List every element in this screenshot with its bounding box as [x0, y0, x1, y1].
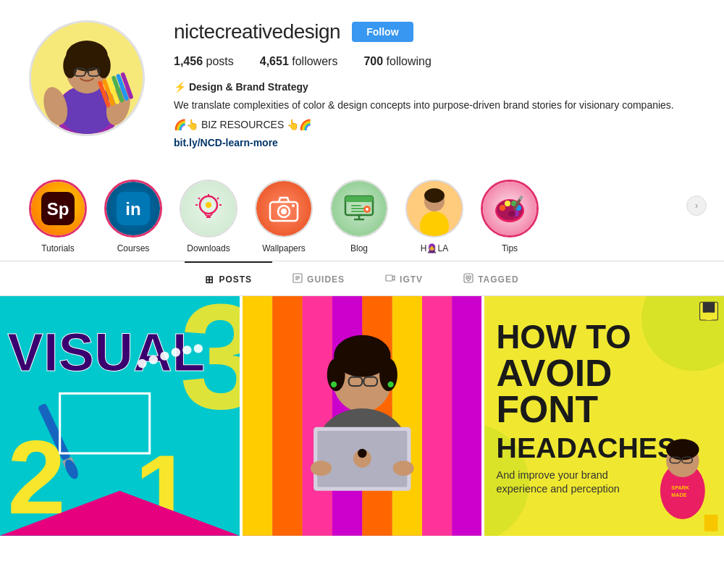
svg-point-68 [138, 359, 146, 368]
highlight-bg-tutorials: Sp [31, 182, 85, 235]
svg-text:in: in [125, 199, 140, 219]
highlight-blog[interactable]: Blog [330, 180, 388, 253]
highlight-circle-hola [405, 180, 463, 238]
highlight-label-hola: H🧕LA [421, 243, 448, 253]
post-visual-bg: 3 VISUAL 2 1 [0, 296, 240, 536]
tab-guides[interactable]: GUIDES [272, 261, 365, 295]
highlight-downloads[interactable]: Downloads [180, 180, 237, 253]
highlight-circle-tutorials: Sp [29, 180, 87, 238]
post-font-bg: HOW TO AVOID FONT HEADACHES And improve … [484, 296, 724, 536]
stats-row: 1,456 posts 4,651 followers 700 followin… [174, 55, 695, 68]
bio-name: ⚡ Design & Brand Strategy [174, 80, 695, 95]
svg-point-101 [358, 449, 366, 458]
svg-point-33 [292, 204, 295, 207]
username: nictecreativedesign [174, 20, 340, 43]
highlight-circle-tips [481, 180, 539, 238]
highlight-tutorials[interactable]: Sp Tutorials [29, 180, 87, 253]
tab-guides-label: GUIDES [307, 274, 345, 285]
highlight-label-courses: Courses [117, 243, 150, 253]
svg-point-64 [468, 277, 469, 279]
svg-rect-41 [351, 211, 364, 212]
tab-igtv-label: IGTV [400, 274, 423, 285]
posts-stat: 1,456 posts [174, 55, 234, 68]
avatar [29, 20, 145, 136]
highlight-bg-wallpapers [256, 181, 311, 236]
bio-link-label: 🌈👆 BIZ RESOURCES 👆🌈 [174, 119, 311, 130]
highlight-bg-courses: in [106, 182, 160, 235]
followers-label: followers [292, 55, 337, 67]
highlight-tips[interactable]: Tips [481, 180, 539, 253]
svg-line-26 [217, 198, 219, 199]
svg-text:Sp: Sp [47, 199, 70, 219]
svg-rect-87 [392, 296, 421, 536]
followers-stat[interactable]: 4,651 followers [260, 55, 338, 68]
svg-point-71 [172, 348, 180, 356]
bio-link-wrapper: bit.ly/NCD-learn-more [174, 135, 695, 151]
post-1[interactable]: 3 VISUAL 2 1 [0, 296, 240, 536]
svg-point-70 [160, 351, 169, 360]
following-count: 700 [363, 55, 383, 67]
bio-text: We translate complexities of color & des… [174, 98, 695, 113]
tabs-section: ⊞ POSTS GUIDES IGTV [0, 261, 724, 296]
highlight-label-blog: Blog [350, 243, 368, 253]
svg-point-69 [149, 356, 158, 364]
svg-rect-35 [345, 196, 373, 202]
highlights-next-arrow[interactable]: › [686, 196, 707, 216]
svg-rect-83 [272, 296, 302, 536]
svg-point-120 [666, 439, 699, 460]
highlight-wallpapers[interactable]: Wallpapers [255, 180, 313, 253]
svg-text:SPARK: SPARK [672, 484, 691, 491]
svg-point-105 [387, 382, 393, 387]
post-person-bg [243, 296, 482, 536]
bio-display-name: Design & Brand Strategy [189, 81, 308, 93]
highlight-label-downloads: Downloads [187, 243, 230, 253]
highlight-hola[interactable]: H🧕LA [405, 180, 463, 253]
highlight-courses[interactable]: in Courses [104, 180, 162, 253]
highlight-circle-courses: in [104, 180, 162, 238]
bio-link[interactable]: bit.ly/NCD-learn-more [174, 137, 278, 148]
follow-button[interactable]: Follow [352, 22, 413, 42]
tab-posts[interactable]: ⊞ POSTS [185, 261, 272, 295]
svg-text:FONT: FONT [497, 388, 599, 430]
highlights-row: Sp Tutorials in Courses [29, 180, 695, 253]
svg-rect-111 [706, 313, 712, 320]
highlight-bg-tips [483, 182, 536, 235]
svg-point-51 [505, 201, 510, 206]
bio-emoji: ⚡ [174, 81, 186, 93]
tab-tagged[interactable]: TAGGED [443, 261, 539, 295]
highlights-section: Sp Tutorials in Courses [0, 165, 724, 261]
posts-label: posts [206, 55, 234, 67]
posts-grid: 3 VISUAL 2 1 [0, 296, 724, 536]
following-stat[interactable]: 700 following [363, 55, 431, 68]
svg-rect-62 [386, 275, 392, 281]
highlight-circle-downloads [180, 180, 237, 238]
svg-point-104 [331, 382, 337, 387]
bio-link-row: 🌈👆 BIZ RESOURCES 👆🌈 [174, 117, 695, 133]
svg-rect-110 [703, 302, 715, 312]
following-label: following [387, 55, 432, 67]
tab-igtv[interactable]: IGTV [365, 261, 443, 295]
highlight-label-tips: Tips [502, 243, 518, 253]
guides-icon [292, 273, 303, 285]
highlight-bg-downloads [181, 181, 236, 236]
bio-section: ⚡ Design & Brand Strategy We translate c… [174, 80, 695, 151]
svg-point-73 [194, 344, 203, 353]
svg-text:HEADACHES: HEADACHES [497, 432, 677, 463]
svg-point-103 [392, 461, 413, 476]
highlight-label-wallpapers: Wallpapers [262, 243, 306, 253]
post-2[interactable] [243, 296, 482, 536]
svg-rect-39 [351, 205, 361, 206]
highlight-bg-blog [332, 181, 387, 236]
igtv-icon [385, 273, 395, 285]
svg-point-50 [500, 205, 505, 211]
svg-rect-84 [302, 296, 332, 536]
svg-point-29 [206, 202, 211, 208]
svg-rect-82 [243, 296, 272, 536]
svg-point-102 [311, 461, 332, 476]
highlight-label-tutorials: Tutorials [41, 243, 75, 253]
svg-rect-89 [452, 296, 481, 536]
post-3[interactable]: HOW TO AVOID FONT HEADACHES And improve … [484, 296, 724, 536]
tagged-icon [463, 273, 473, 285]
posts-count: 1,456 [174, 55, 203, 67]
svg-text:And improve your brand: And improve your brand [497, 469, 608, 481]
